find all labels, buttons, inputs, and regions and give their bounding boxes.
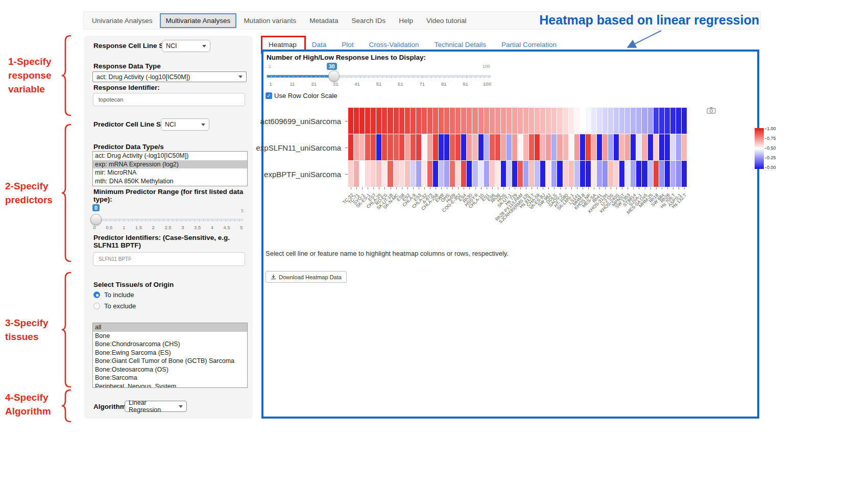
- heatmap-cell[interactable]: [376, 134, 381, 160]
- heatmap-cell[interactable]: [563, 161, 568, 187]
- heatmap-cell[interactable]: [376, 108, 381, 134]
- heatmap-cell[interactable]: [529, 108, 534, 134]
- heatmap-cell[interactable]: [625, 108, 630, 134]
- heatmap-cell[interactable]: [478, 161, 484, 187]
- heatmap-cell[interactable]: [580, 134, 585, 160]
- tissue-option-peripheral-nervous-system[interactable]: Peripheral_Nervous_System: [93, 382, 247, 388]
- heatmap-cell[interactable]: [376, 161, 381, 187]
- row-color-scale-checkbox[interactable]: ✓: [266, 92, 272, 99]
- heatmap-cell[interactable]: [523, 161, 528, 187]
- heatmap-cell[interactable]: [518, 134, 523, 160]
- heatmap-cell[interactable]: [411, 161, 416, 187]
- heatmap-cell[interactable]: [569, 108, 574, 134]
- heatmap-cell[interactable]: [654, 108, 659, 134]
- heatmap-cell[interactable]: [371, 134, 376, 160]
- heatmap-cell[interactable]: [450, 108, 455, 134]
- heatmap-cell[interactable]: [557, 161, 562, 187]
- heatmap-cell[interactable]: [614, 108, 619, 134]
- heatmap-cell[interactable]: [636, 108, 641, 134]
- heatmap-cell[interactable]: [388, 108, 393, 134]
- heatmap-cell[interactable]: [439, 161, 444, 187]
- heatmap-cell[interactable]: [557, 134, 562, 160]
- heatmap-cell[interactable]: [551, 161, 557, 187]
- heatmap-row-label-act609699-unisarcoma[interactable]: act609699_uniSarcoma: [263, 108, 345, 134]
- heatmap-cell[interactable]: [569, 161, 574, 187]
- heatmap-cell[interactable]: [507, 161, 512, 187]
- tab-cross-validation[interactable]: Cross-Validation: [368, 39, 420, 51]
- heatmap-cell[interactable]: [586, 108, 591, 134]
- heatmap-cell[interactable]: [670, 134, 676, 160]
- heatmap-cell[interactable]: [518, 108, 523, 134]
- heatmap-cell[interactable]: [490, 108, 495, 134]
- heatmap-cell[interactable]: [507, 108, 512, 134]
- heatmap-cell[interactable]: [427, 134, 432, 160]
- heatmap-cell[interactable]: [563, 108, 568, 134]
- heatmap-cell[interactable]: [472, 134, 477, 160]
- heatmap-cell[interactable]: [608, 134, 613, 160]
- heatmap-cell[interactable]: [659, 161, 664, 187]
- heatmap-cell[interactable]: [478, 134, 484, 160]
- nav-tab-video-tutorial[interactable]: Video tutorial: [420, 13, 473, 28]
- heatmap-cell[interactable]: [574, 108, 580, 134]
- heatmap-cell[interactable]: [642, 161, 647, 187]
- heatmap-cell[interactable]: [551, 134, 557, 160]
- tab-data[interactable]: Data: [311, 39, 328, 51]
- min-predictor-range-slider[interactable]: 0 5 00.511.522.533.544.55: [92, 207, 244, 236]
- heatmap-cell[interactable]: [597, 108, 602, 134]
- heatmap-cell[interactable]: [614, 161, 619, 187]
- heatmap-cell[interactable]: [619, 161, 624, 187]
- nav-tab-metadata[interactable]: Metadata: [303, 13, 344, 28]
- predictor-type-option-exp-mrna-expression-log2[interactable]: exp: mRNA Expression (log2): [93, 160, 247, 169]
- heatmap-cell[interactable]: [682, 108, 687, 134]
- predictor-identifiers-input[interactable]: SLFN11 BPTF: [93, 252, 245, 266]
- response-identifier-input[interactable]: topotecan: [93, 93, 245, 106]
- heatmap-cell[interactable]: [371, 108, 376, 134]
- heatmap-cell[interactable]: [394, 161, 399, 187]
- heatmap-cell[interactable]: [540, 161, 545, 187]
- heatmap-cell[interactable]: [439, 108, 444, 134]
- heatmap-cell[interactable]: [551, 108, 557, 134]
- nav-tab-univariate-analyses[interactable]: Univariate Analyses: [86, 13, 159, 28]
- heatmap-cell[interactable]: [619, 134, 624, 160]
- heatmap-cell[interactable]: [411, 108, 416, 134]
- tab-technical-details[interactable]: Technical Details: [433, 39, 487, 51]
- heatmap-cell[interactable]: [348, 134, 353, 160]
- heatmap-cell[interactable]: [625, 134, 630, 160]
- heatmap-cell[interactable]: [580, 161, 585, 187]
- heatmap-cell[interactable]: [354, 161, 359, 187]
- heatmap-cell[interactable]: [540, 108, 545, 134]
- heatmap-cell[interactable]: [597, 134, 602, 160]
- heatmap-cell[interactable]: [433, 161, 438, 187]
- heatmap-cell[interactable]: [394, 108, 399, 134]
- heatmap-cell[interactable]: [535, 161, 540, 187]
- heatmap-cell[interactable]: [665, 161, 670, 187]
- heatmap-cell[interactable]: [461, 134, 466, 160]
- heatmap-cell[interactable]: [642, 134, 647, 160]
- heatmap-cell[interactable]: [495, 134, 500, 160]
- heatmap-cell[interactable]: [455, 134, 461, 160]
- heatmap-cell[interactable]: [631, 108, 636, 134]
- camera-icon[interactable]: [707, 107, 716, 116]
- heatmap-cell[interactable]: [659, 134, 664, 160]
- heatmap-cell[interactable]: [518, 161, 523, 187]
- heatmap-cell[interactable]: [388, 161, 393, 187]
- heatmap-cell[interactable]: [433, 108, 438, 134]
- heatmap-cell[interactable]: [348, 161, 353, 187]
- heatmap-cell[interactable]: [388, 134, 393, 160]
- heatmap-cell[interactable]: [591, 161, 596, 187]
- heatmap-cell[interactable]: [574, 161, 580, 187]
- tissue-option-bone-giant-cell-tumor-of-bone-gctb-sarcoma[interactable]: Bone:Giant Cell Tumor of Bone (GCTB) Sar…: [93, 357, 247, 365]
- heatmap-cell[interactable]: [399, 134, 404, 160]
- predictor-data-types-listbox[interactable]: act: Drug Activity (-log10[IC50M])exp: m…: [92, 151, 248, 186]
- heatmap-cell[interactable]: [523, 108, 528, 134]
- heatmap-cell[interactable]: [472, 161, 477, 187]
- heatmap-cell[interactable]: [557, 108, 562, 134]
- heatmap-cell[interactable]: [365, 134, 370, 160]
- heatmap-cell[interactable]: [455, 161, 461, 187]
- heatmap-cell[interactable]: [608, 108, 613, 134]
- tissue-listbox[interactable]: allBoneBone:Chondrosarcoma (CHS)Bone:Ewi…: [92, 323, 248, 388]
- heatmap-cell[interactable]: [427, 161, 432, 187]
- heatmap-cell[interactable]: [416, 108, 421, 134]
- heatmap-cell[interactable]: [382, 161, 387, 187]
- predictor-type-option-mir-microrna[interactable]: mir: MicroRNA: [93, 168, 247, 177]
